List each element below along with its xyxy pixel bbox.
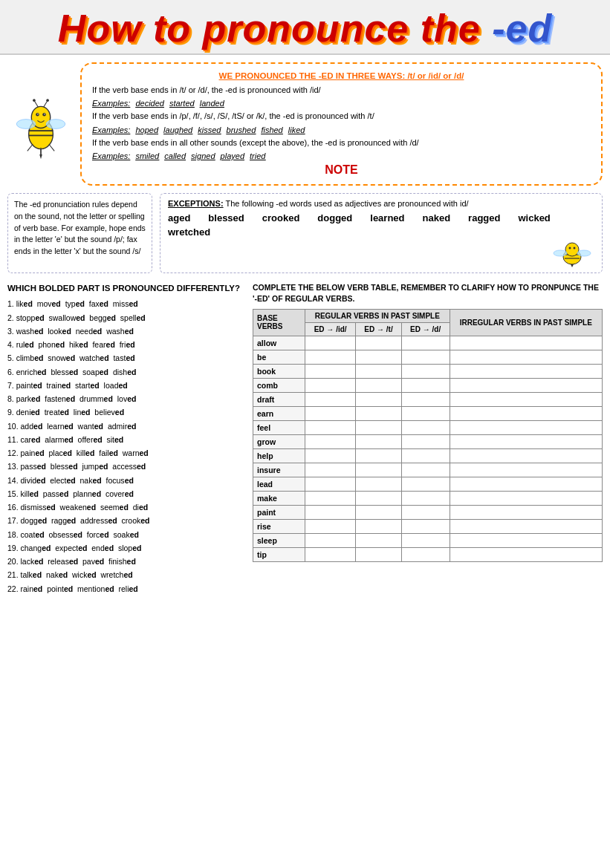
- bottom-section: WHICH BOLDED PART IS PRONOUNCED DIFFEREN…: [0, 278, 610, 604]
- exc-learned: learned: [370, 212, 404, 223]
- verb-table: BASE VERBS REGULAR VERBS IN PAST SIMPLE …: [253, 309, 603, 562]
- table-row: book: [253, 364, 603, 378]
- svg-point-11: [33, 99, 36, 102]
- ex1-3: landed: [200, 99, 224, 108]
- verb-answer-cell[interactable]: [450, 336, 602, 350]
- verb-base-cell: feel: [253, 420, 305, 434]
- ex-row-12: 12. pained placed killed failed warned: [7, 448, 245, 460]
- ex-row-17: 17. dogged ragged addressed crooked: [7, 515, 245, 527]
- verb-answer-cell[interactable]: [356, 463, 401, 477]
- verb-base-cell: tip: [253, 547, 305, 561]
- verb-answer-cell[interactable]: [401, 336, 450, 350]
- verb-answer-cell[interactable]: [401, 364, 450, 378]
- ex-row-11: 11. cared alarmed offered sited: [7, 434, 245, 446]
- verb-answer-cell[interactable]: [305, 491, 356, 505]
- verb-answer-cell[interactable]: [401, 392, 450, 406]
- verb-answer-cell[interactable]: [450, 448, 602, 463]
- verb-answer-cell[interactable]: [401, 406, 450, 420]
- verb-answer-cell[interactable]: [450, 519, 602, 533]
- ex-row-19: 19. changed expected ended sloped: [7, 543, 245, 555]
- verb-answer-cell[interactable]: [305, 378, 356, 392]
- verb-answer-cell[interactable]: [401, 420, 450, 434]
- verb-answer-cell[interactable]: [305, 505, 356, 519]
- verb-answer-cell[interactable]: [450, 533, 602, 547]
- ex-row-16: 16. dismissed weakened seemed died: [7, 502, 245, 514]
- verb-answer-cell[interactable]: [450, 406, 602, 420]
- table-row: help: [253, 448, 603, 463]
- svg-point-26: [574, 247, 576, 249]
- verb-answer-cell[interactable]: [305, 364, 356, 378]
- ex-row-7: 7. painted trained started loaded: [7, 380, 245, 392]
- exc-naked: naked: [423, 212, 451, 223]
- ex-row-8: 8. parked fastened drummed loved: [7, 394, 245, 405]
- bee-deco-svg: [550, 241, 594, 267]
- verb-answer-cell[interactable]: [356, 434, 401, 448]
- verb-answer-cell[interactable]: [450, 350, 602, 364]
- note-text: The -ed pronunciation rules depend on th…: [14, 200, 146, 255]
- ex-row-3: 3. washed looked needed washed: [7, 326, 245, 338]
- verb-answer-cell[interactable]: [305, 420, 356, 434]
- verb-answer-cell[interactable]: [450, 463, 602, 477]
- verb-answer-cell[interactable]: [401, 519, 450, 533]
- ex-row-22: 22. rained pointed mentioned relied: [7, 584, 245, 595]
- verb-answer-cell[interactable]: [305, 547, 356, 561]
- verb-answer-cell[interactable]: [450, 420, 602, 434]
- verb-answer-cell[interactable]: [401, 378, 450, 392]
- verb-answer-cell[interactable]: [305, 336, 356, 350]
- svg-marker-29: [571, 264, 574, 267]
- verb-answer-cell[interactable]: [356, 420, 401, 434]
- left-exercise: WHICH BOLDED PART IS PRONOUNCED DIFFEREN…: [7, 282, 245, 597]
- verb-answer-cell[interactable]: [356, 533, 401, 547]
- verb-answer-cell[interactable]: [356, 406, 401, 420]
- svg-point-9: [44, 114, 45, 114]
- verb-answer-cell[interactable]: [356, 505, 401, 519]
- verb-answer-cell[interactable]: [401, 491, 450, 505]
- verb-answer-cell[interactable]: [305, 463, 356, 477]
- verb-answer-cell[interactable]: [356, 477, 401, 491]
- verb-answer-cell[interactable]: [305, 519, 356, 533]
- verb-answer-cell[interactable]: [450, 434, 602, 448]
- bee-deco-row: [168, 241, 594, 267]
- verb-answer-cell[interactable]: [401, 505, 450, 519]
- right-table-area: COMPLETE THE BELOW VERB TABLE, REMEMBER …: [253, 282, 603, 597]
- table-row: rise: [253, 519, 603, 533]
- verb-answer-cell[interactable]: [356, 350, 401, 364]
- verb-answer-cell[interactable]: [356, 448, 401, 463]
- verb-answer-cell[interactable]: [356, 364, 401, 378]
- verb-answer-cell[interactable]: [305, 392, 356, 406]
- verb-answer-cell[interactable]: [401, 533, 450, 547]
- verb-answer-cell[interactable]: [450, 547, 602, 561]
- verb-answer-cell[interactable]: [356, 336, 401, 350]
- verb-answer-cell[interactable]: [305, 434, 356, 448]
- main-title: How to pronounce the -ed: [58, 6, 552, 50]
- ex2-4: brushed: [227, 125, 256, 134]
- verb-answer-cell[interactable]: [305, 350, 356, 364]
- verb-answer-cell[interactable]: [401, 448, 450, 463]
- verb-answer-cell[interactable]: [356, 547, 401, 561]
- verb-answer-cell[interactable]: [401, 350, 450, 364]
- verb-answer-cell[interactable]: [450, 505, 602, 519]
- verb-answer-cell[interactable]: [450, 491, 602, 505]
- verb-answer-cell[interactable]: [450, 392, 602, 406]
- verb-answer-cell[interactable]: [401, 463, 450, 477]
- verb-answer-cell[interactable]: [305, 406, 356, 420]
- verb-answer-cell[interactable]: [305, 448, 356, 463]
- verb-answer-cell[interactable]: [356, 392, 401, 406]
- svg-point-25: [569, 247, 571, 249]
- verb-answer-cell[interactable]: [305, 533, 356, 547]
- verb-answer-cell[interactable]: [356, 491, 401, 505]
- verb-answer-cell[interactable]: [450, 364, 602, 378]
- verb-answer-cell[interactable]: [450, 477, 602, 491]
- exc-aged: aged: [168, 212, 190, 223]
- verb-answer-cell[interactable]: [450, 378, 602, 392]
- verb-answer-cell[interactable]: [356, 519, 401, 533]
- ex-row-5: 5. climbed snowed watched tasted: [7, 353, 245, 365]
- svg-point-15: [46, 120, 65, 129]
- verb-answer-cell[interactable]: [305, 477, 356, 491]
- verb-answer-cell[interactable]: [401, 547, 450, 561]
- verb-answer-cell[interactable]: [356, 378, 401, 392]
- verb-base-cell: lead: [253, 477, 305, 491]
- verb-answer-cell[interactable]: [401, 434, 450, 448]
- header-ed-d: ED → /d/: [401, 322, 450, 336]
- verb-answer-cell[interactable]: [401, 477, 450, 491]
